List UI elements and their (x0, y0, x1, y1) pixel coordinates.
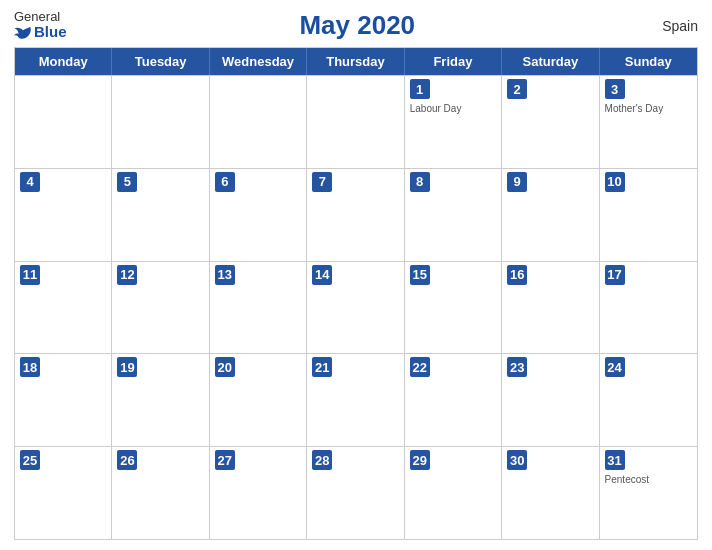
cell-20: 20 (210, 354, 307, 446)
date-number: 15 (410, 265, 430, 285)
date-number: 12 (117, 265, 137, 285)
date-number: 25 (20, 450, 40, 470)
cell-12: 12 (112, 262, 209, 354)
cell-18: 18 (15, 354, 112, 446)
cell-event: Mother's Day (605, 102, 692, 115)
calendar-row-2: 4 5 6 7 8 9 10 (15, 168, 697, 261)
date-number: 20 (215, 357, 235, 377)
cell-empty-4 (307, 76, 404, 168)
date-number: 31 (605, 450, 625, 470)
calendar-title: May 2020 (67, 10, 648, 41)
date-number: 18 (20, 357, 40, 377)
cell-28: 28 (307, 447, 404, 539)
date-number: 2 (507, 79, 527, 99)
cell-5: 5 (112, 169, 209, 261)
cell-29: 29 (405, 447, 502, 539)
date-number: 5 (117, 172, 137, 192)
cell-25: 25 (15, 447, 112, 539)
cell-4: 4 (15, 169, 112, 261)
date-number: 23 (507, 357, 527, 377)
date-number: 7 (312, 172, 332, 192)
cell-14: 14 (307, 262, 404, 354)
calendar-row-3: 11 12 13 14 15 16 17 (15, 261, 697, 354)
calendar-page: General Blue May 2020 Spain Monday Tuesd… (0, 0, 712, 550)
date-number: 11 (20, 265, 40, 285)
cell-7: 7 (307, 169, 404, 261)
cell-23: 23 (502, 354, 599, 446)
calendar-row-4: 18 19 20 21 22 23 24 (15, 353, 697, 446)
date-number: 30 (507, 450, 527, 470)
logo-blue-text: Blue (14, 24, 67, 41)
cell-16: 16 (502, 262, 599, 354)
cell-15: 15 (405, 262, 502, 354)
header-sunday: Sunday (600, 48, 697, 75)
cell-19: 19 (112, 354, 209, 446)
cell-event: Pentecost (605, 473, 692, 486)
cell-9: 9 (502, 169, 599, 261)
cell-6: 6 (210, 169, 307, 261)
cell-2: 2 (502, 76, 599, 168)
calendar-body: 1 Labour Day 2 3 Mother's Day 4 5 (15, 75, 697, 539)
date-number: 6 (215, 172, 235, 192)
cell-10: 10 (600, 169, 697, 261)
date-number: 19 (117, 357, 137, 377)
cell-11: 11 (15, 262, 112, 354)
cell-1: 1 Labour Day (405, 76, 502, 168)
date-number: 1 (410, 79, 430, 99)
calendar-grid: Monday Tuesday Wednesday Thursday Friday… (14, 47, 698, 540)
header-wednesday: Wednesday (210, 48, 307, 75)
date-number: 26 (117, 450, 137, 470)
cell-8: 8 (405, 169, 502, 261)
cell-31: 31 Pentecost (600, 447, 697, 539)
cell-empty-2 (112, 76, 209, 168)
date-number: 24 (605, 357, 625, 377)
date-number: 16 (507, 265, 527, 285)
calendar-row-5: 25 26 27 28 29 30 31 P (15, 446, 697, 539)
top-bar: General Blue May 2020 Spain (14, 10, 698, 41)
cell-26: 26 (112, 447, 209, 539)
cell-17: 17 (600, 262, 697, 354)
cell-22: 22 (405, 354, 502, 446)
date-number: 9 (507, 172, 527, 192)
calendar-header: Monday Tuesday Wednesday Thursday Friday… (15, 48, 697, 75)
cell-27: 27 (210, 447, 307, 539)
cell-empty-3 (210, 76, 307, 168)
logo-bird-icon (14, 26, 32, 40)
header-thursday: Thursday (307, 48, 404, 75)
calendar-row-1: 1 Labour Day 2 3 Mother's Day (15, 75, 697, 168)
cell-3: 3 Mother's Day (600, 76, 697, 168)
cell-13: 13 (210, 262, 307, 354)
header-tuesday: Tuesday (112, 48, 209, 75)
logo: General Blue (14, 10, 67, 41)
date-number: 4 (20, 172, 40, 192)
cell-21: 21 (307, 354, 404, 446)
header-monday: Monday (15, 48, 112, 75)
date-number: 14 (312, 265, 332, 285)
logo-general-text: General (14, 10, 60, 24)
header-friday: Friday (405, 48, 502, 75)
date-number: 21 (312, 357, 332, 377)
date-number: 28 (312, 450, 332, 470)
cell-24: 24 (600, 354, 697, 446)
date-number: 3 (605, 79, 625, 99)
date-number: 10 (605, 172, 625, 192)
date-number: 13 (215, 265, 235, 285)
country-label: Spain (648, 18, 698, 34)
cell-event: Labour Day (410, 102, 496, 115)
date-number: 27 (215, 450, 235, 470)
cell-30: 30 (502, 447, 599, 539)
date-number: 8 (410, 172, 430, 192)
date-number: 29 (410, 450, 430, 470)
date-number: 22 (410, 357, 430, 377)
cell-empty-1 (15, 76, 112, 168)
header-saturday: Saturday (502, 48, 599, 75)
date-number: 17 (605, 265, 625, 285)
